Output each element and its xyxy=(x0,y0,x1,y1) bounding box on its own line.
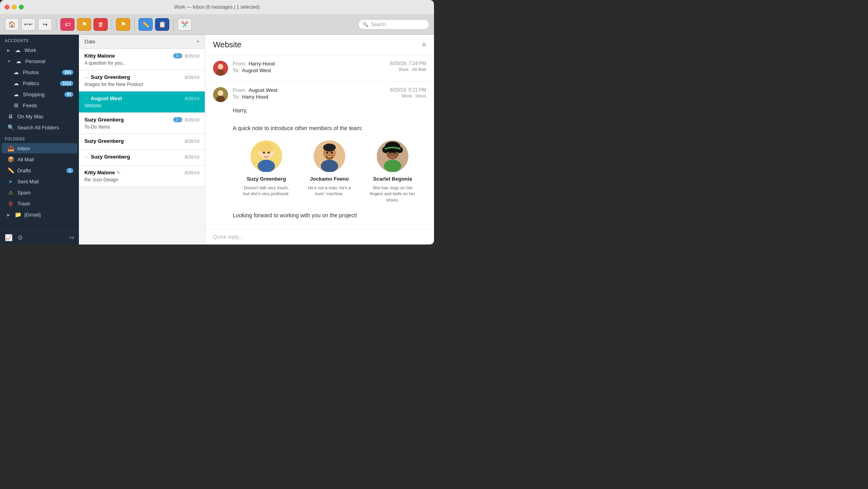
sidebar-item-trash[interactable]: 🗑 Trash xyxy=(2,198,77,209)
team-desc-scarlet: She has rings on her fingers and bells o… xyxy=(369,185,416,203)
sidebar: Accounts ▶ ☁ Work ▼ ☁ Personal ☁ Photos … xyxy=(0,35,79,244)
email-timestamp-1: 8/20/19, 7:24 PM xyxy=(390,61,426,66)
to-name-1: August West xyxy=(242,67,271,73)
email-timestamp-2: 8/20/19, 5:21 PM xyxy=(390,87,426,93)
message-meta-1: 3 › 8/20/19 xyxy=(173,53,199,58)
avatar-scarlet xyxy=(377,140,408,172)
logout-icon[interactable]: ↪ xyxy=(69,234,74,241)
activity-icon[interactable]: 📈 xyxy=(5,234,13,241)
compose-button[interactable]: ✏️ xyxy=(138,18,153,31)
sidebar-item-shopping[interactable]: ☁ Shopping 93 xyxy=(2,89,77,99)
svg-point-11 xyxy=(271,151,275,155)
message-subject-3: Website xyxy=(84,103,199,108)
search-box[interactable]: 🔍 Search xyxy=(358,19,429,30)
email-subject: Website xyxy=(213,40,241,49)
email-from-line-1: From: Harry Hood xyxy=(233,61,385,67)
delete-button[interactable]: 🗑 xyxy=(94,18,108,31)
sidebar-item-inbox[interactable]: 📥 Inbox xyxy=(2,143,77,153)
svg-point-2 xyxy=(216,69,225,76)
cloud-icon-politics: ☁ xyxy=(13,80,20,86)
email-tags-2: Work · Inbox xyxy=(390,93,426,98)
email-message-2: From: August West To: Harry Hood 8/20/19… xyxy=(205,82,434,229)
email-meta-2: From: August West To: Harry Hood xyxy=(233,87,385,101)
team-name-suzy: Suzy Greenberg xyxy=(243,175,290,183)
message-header-4: Suzy Greenberg 2 › 8/20/19 xyxy=(84,117,199,123)
separator-3 xyxy=(134,19,135,30)
svg-point-13 xyxy=(268,152,270,154)
avatar-suzy xyxy=(251,140,282,172)
email-detail: Website ≡ From: xyxy=(205,35,434,244)
reply-all-button[interactable]: ↩↩ xyxy=(21,18,36,31)
message-item-3[interactable]: ← August West 8/20/19 Website xyxy=(79,91,205,113)
photos-badge: 284 xyxy=(62,70,73,75)
message-header-2: ← Suzy Greenberg 8/20/19 xyxy=(84,74,199,80)
team-member-jockamo: Jockamo Feeno He's not a man, he's a lov… xyxy=(306,140,353,203)
email-timestamp-area-1: 8/20/19, 7:24 PM Work · All Mail xyxy=(390,61,426,72)
sidebar-item-all-mail[interactable]: 📦 All Mail xyxy=(2,154,77,164)
email-timestamp-area-2: 8/20/19, 5:21 PM Work · Inbox xyxy=(390,87,426,98)
to-label-2: To: xyxy=(233,94,239,100)
message-item-6[interactable]: ← Suzy Greenberg 8/20/19 xyxy=(79,150,205,166)
sidebar-item-work[interactable]: ▶ ☁ Work xyxy=(2,45,77,55)
kebab-menu-icon[interactable]: ≡ xyxy=(422,41,426,49)
move-button[interactable]: ⚑ xyxy=(116,18,130,31)
from-name-1: Harry Hood xyxy=(249,61,275,67)
settings-icon[interactable]: ⚙ xyxy=(17,234,23,241)
message-subject-7: Re: Icon Design xyxy=(84,177,199,183)
reply-arrow-icon-6: ← xyxy=(84,154,89,160)
close-button[interactable] xyxy=(5,5,9,9)
main-layout: Accounts ▶ ☁ Work ▼ ☁ Personal ☁ Photos … xyxy=(0,35,434,244)
email-meta-1: From: Harry Hood To: August West xyxy=(233,61,385,74)
from-name-2: August West xyxy=(249,87,277,93)
svg-point-27 xyxy=(389,152,391,154)
tag-button[interactable]: 🏷 xyxy=(60,18,75,31)
sidebar-item-spam[interactable]: ⚠ Spam xyxy=(2,187,77,198)
sidebar-item-sent[interactable]: ➤ Sent Mail xyxy=(2,176,77,187)
folders-label: Folders xyxy=(0,133,79,143)
sidebar-item-politics[interactable]: ☁ Politics 1512 xyxy=(2,78,77,88)
sidebar-item-on-my-mac[interactable]: 🖥 On My Mac xyxy=(2,111,77,121)
sidebar-bottom: 📈 ⚙ ↪ xyxy=(0,230,79,244)
message-date-4: 8/20/19 xyxy=(185,118,199,122)
sidebar-item-personal[interactable]: ▼ ☁ Personal xyxy=(2,56,77,66)
message-sender-3: August West xyxy=(91,95,122,101)
forward-button[interactable]: ↪ xyxy=(38,18,52,31)
message-badge-4: 2 › xyxy=(173,117,183,122)
titlebar: Work — Inbox (8 messages | 1 selected) xyxy=(0,0,434,14)
quick-reply[interactable]: Quick reply... xyxy=(205,229,434,244)
sidebar-item-photos[interactable]: ☁ Photos 284 xyxy=(2,67,77,77)
from-label-1: From: xyxy=(233,61,246,67)
sort-arrow-icon[interactable]: ▾ xyxy=(197,39,199,44)
search-icon: 🔍 xyxy=(363,22,369,27)
email-closing: Looking forward to working with you on t… xyxy=(233,211,426,220)
email-message-header-1: From: Harry Hood To: August West 8/20/19… xyxy=(213,61,426,76)
sort-label[interactable]: Date xyxy=(84,39,95,45)
sidebar-item-feeds[interactable]: ⊞ Feeds xyxy=(2,100,77,110)
fullscreen-button[interactable] xyxy=(19,5,24,9)
message-item-4[interactable]: Suzy Greenberg 2 › 8/20/19 To-Do Items xyxy=(79,113,205,134)
spam-icon: ⚠ xyxy=(7,189,14,196)
accounts-label: Accounts xyxy=(0,35,79,45)
team-member-scarlet: Scarlet Begonia She has rings on her fin… xyxy=(369,140,416,203)
archive-button[interactable]: 🏠 xyxy=(5,18,19,31)
cloud-icon: ☁ xyxy=(14,47,21,53)
sidebar-item-drafts[interactable]: ✏️ Drafts 1 xyxy=(2,165,77,175)
message-item-2[interactable]: ← Suzy Greenberg 8/20/19 Images for the … xyxy=(79,70,205,91)
separator-2 xyxy=(112,19,112,30)
message-item-7[interactable]: Kitty Malone ✎ 8/20/19 Re: Icon Design xyxy=(79,166,205,187)
to-name-2: Harry Hood xyxy=(242,94,268,100)
message-item[interactable]: Kitty Malone 3 › 8/20/19 A question for … xyxy=(79,49,205,70)
flag-button[interactable]: ⚑ xyxy=(77,18,91,31)
chevron-right-icon-gmail: ▶ xyxy=(7,213,10,217)
message-subject-4: To-Do Items xyxy=(84,124,199,130)
avatar-august xyxy=(213,87,228,102)
minimize-button[interactable] xyxy=(12,5,17,9)
svg-point-28 xyxy=(394,152,396,154)
note-button[interactable]: 📋 xyxy=(155,18,169,31)
sidebar-item-search-all[interactable]: 🔍 Search All Folders xyxy=(2,122,77,133)
message-item-5[interactable]: Suzy Greenberg 8/20/19 xyxy=(79,134,205,150)
to-label-1: To: xyxy=(233,67,239,73)
tag2-button[interactable]: ✂️ xyxy=(178,18,192,31)
sidebar-item-gmail[interactable]: ▶ 📁 [Gmail] xyxy=(2,209,77,220)
quick-reply-placeholder: Quick reply... xyxy=(213,234,243,240)
